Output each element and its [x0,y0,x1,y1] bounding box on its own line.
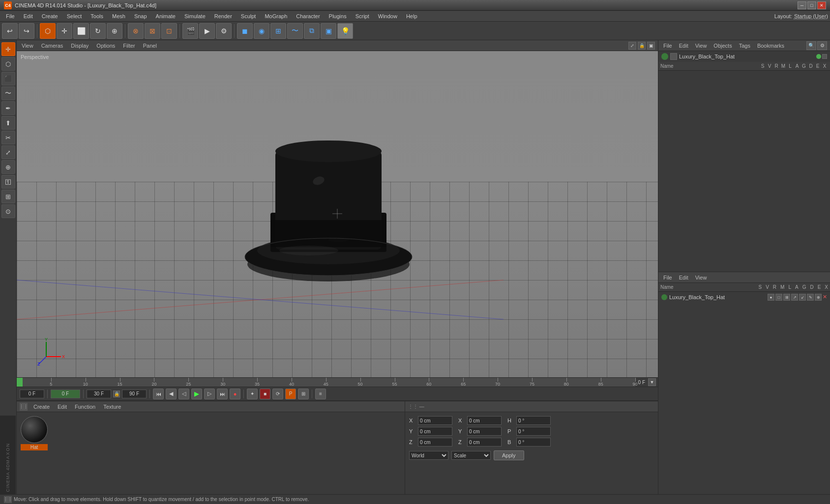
scale-tool-button[interactable]: ⬜ [73,23,89,39]
current-frame-input[interactable] [20,390,44,398]
end-frame-input[interactable] [122,390,147,398]
viewport-lock-icon[interactable]: 🔒 [638,42,646,50]
object-visible-in-render-box[interactable] [822,54,827,59]
bridge-tool[interactable]: ⤢ [1,145,15,159]
autokey-button[interactable]: P [285,389,296,399]
viewport-menu-cameras[interactable]: Cameras [39,42,65,49]
select-tool-button[interactable]: ⬡ [40,23,56,39]
attrib-btn-7[interactable]: ⊕ [815,294,822,301]
z-rotation-input[interactable] [467,438,502,447]
light-button[interactable]: 💡 [337,23,353,39]
knife-tool[interactable]: ✂ [1,131,15,144]
object-mode-button[interactable]: ⊗ [128,23,144,39]
attrib-btn-5[interactable]: ↙ [799,294,806,301]
nurbs-button[interactable]: ◉ [254,23,269,39]
menu-simulate[interactable]: Simulate [180,12,209,20]
layout-value[interactable]: Startup (User) [794,13,828,19]
sculpt-tool[interactable]: ⊙ [1,204,15,218]
render-region-button[interactable]: 🎬 [182,23,198,39]
menu-animate[interactable]: Animate [152,12,179,20]
attrib-menu-view[interactable]: View [693,274,709,281]
menu-create[interactable]: Create [38,12,62,20]
deformer-button[interactable]: ⧉ [304,23,320,39]
material-menu-edit[interactable]: Edit [56,403,69,410]
object-visibility-toggle[interactable] [661,53,668,60]
key-all-button[interactable]: ✦ [247,389,258,399]
play-button[interactable]: ▶ [191,389,202,399]
objects-search-icon[interactable]: 🔍 [806,41,816,50]
material-menu-texture[interactable]: Texture [101,403,123,410]
rotate-tool-button[interactable]: ↻ [90,23,106,39]
attrib-menu-file[interactable]: File [661,274,674,281]
viewport-menu-display[interactable]: Display [69,42,90,49]
x-rotation-input[interactable] [467,416,502,425]
coord-system-dropdown[interactable]: World Object Camera [409,451,448,460]
menu-window[interactable]: Window [374,12,401,20]
object-visible-in-editor-dot[interactable] [816,54,821,59]
array-button[interactable]: ⊞ [270,23,286,39]
spline-button[interactable]: 〜 [287,23,303,39]
attrib-btn-4[interactable]: ↗ [791,294,798,301]
menu-mograph[interactable]: MoGraph [261,12,291,20]
viewport-maximize-icon[interactable]: ⤢ [628,42,636,50]
menu-render[interactable]: Render [210,12,236,20]
timeline-area[interactable]: 051015202530354045505560657075808590 0 F… [17,377,658,387]
attrib-remove-button[interactable]: ✕ [823,294,827,301]
loop-button[interactable]: ⟳ [272,389,283,399]
h-input[interactable] [516,416,551,425]
goto-end-button[interactable]: ⏭ [217,389,228,399]
extrude-tool[interactable]: ⬆ [1,116,15,130]
b-input[interactable] [516,438,551,447]
attrib-btn-6[interactable]: ✎ [807,294,814,301]
next-frame-button[interactable]: ▷ [204,389,215,399]
objects-menu-tags[interactable]: Tags [737,42,752,49]
camera-button[interactable]: ▣ [321,23,336,39]
redo-button[interactable]: ↪ [19,23,34,39]
render-settings-button[interactable]: ⚙ [216,23,232,39]
objects-menu-file[interactable]: File [661,42,674,49]
fps-lock-icon[interactable]: 🔒 [113,391,120,397]
layer-tool[interactable]: ⊞ [1,190,15,203]
y-position-input[interactable] [418,427,452,436]
objects-menu-objects[interactable]: Objects [711,42,734,49]
transform-tool-button[interactable]: ⊕ [107,23,122,39]
menu-script[interactable]: Script [352,12,373,20]
spline-tool[interactable]: 〜 [1,86,15,100]
viewport-menu-filter[interactable]: Filter [121,42,137,49]
attrib-btn-1[interactable]: ● [768,294,774,301]
magnet-tool[interactable]: ⚿ [1,175,15,189]
p-input[interactable] [516,427,551,436]
polygon-tool[interactable]: ⬛ [1,72,15,85]
edges-mode-button[interactable]: ⊡ [161,23,177,39]
keyframe-button[interactable]: ⊞ [298,389,309,399]
timeline-expand-button[interactable]: ▼ [648,378,656,386]
menu-mesh[interactable]: Mesh [108,12,129,20]
objects-settings-icon[interactable]: ⚙ [817,41,827,50]
objects-menu-edit[interactable]: Edit [677,42,690,49]
cube-button[interactable]: ◼ [237,23,253,39]
menu-edit[interactable]: Edit [20,12,37,20]
y-rotation-input[interactable] [467,427,502,436]
viewport-canvas[interactable]: Perspective [17,51,658,377]
pen-tool[interactable]: ✒ [1,101,15,115]
objects-menu-bookmarks[interactable]: Bookmarks [755,42,786,49]
attrib-menu-edit[interactable]: Edit [677,274,690,281]
maximize-button[interactable]: □ [807,1,816,9]
menu-snap[interactable]: Snap [130,12,151,20]
menu-select[interactable]: Select [63,12,86,20]
menu-help[interactable]: Help [402,12,421,20]
window-controls[interactable]: ─ □ ✕ [798,1,826,9]
material-menu-function[interactable]: Function [73,403,97,410]
viewport-split-icon[interactable]: ▣ [647,42,655,50]
render-view-button[interactable]: ▶ [199,23,215,39]
attrib-object-icon[interactable] [661,294,667,300]
prev-frame-button[interactable]: ◀ [166,389,177,399]
points-mode-button[interactable]: ⊠ [145,23,160,39]
material-panel-drag-handle[interactable]: ⋮⋮ [20,403,28,411]
menu-plugins[interactable]: Plugins [325,12,351,20]
minimize-button[interactable]: ─ [798,1,806,9]
menu-sculpt[interactable]: Sculpt [237,12,260,20]
attrib-btn-2[interactable]: □ [775,294,782,301]
menu-file[interactable]: File [2,12,19,20]
apply-button[interactable]: Apply [494,450,524,460]
